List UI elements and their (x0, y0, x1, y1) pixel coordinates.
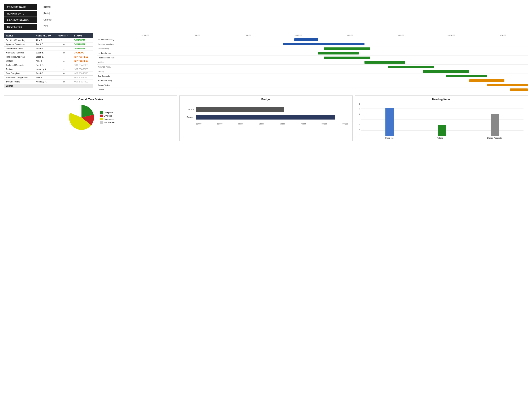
gantt-grid-line (477, 46, 477, 51)
gantt-date-cell: 27-08-22 (222, 33, 273, 37)
task-priority: ★ (56, 80, 72, 84)
gantt-bar (318, 52, 359, 55)
gantt-grid-line (273, 51, 273, 55)
gantt-grid-line (477, 60, 477, 64)
table-row: Set Kick-Off MeetingAlex B.COMPLETE (4, 38, 93, 43)
gantt-grid-line (273, 37, 273, 42)
gantt-bar (364, 61, 405, 64)
col-status: STATUS (72, 33, 93, 38)
gantt-grid-line (426, 51, 426, 55)
gantt-bar (283, 43, 364, 45)
gantt-grid-line (273, 69, 273, 73)
bar-actions (438, 125, 446, 136)
header-labels: PROJECT NAME REPORT DATE PROJECT STATUS … (4, 4, 37, 30)
gantt-grid-line (120, 60, 120, 64)
gantt-row-label: Dev. Complete (97, 75, 120, 77)
gantt-grid-line (375, 78, 375, 83)
gantt-grid-line (273, 78, 273, 83)
completed-label: COMPLETED (4, 24, 37, 30)
gantt-grid-line (222, 78, 222, 83)
gantt-grid-line (477, 69, 477, 73)
gantt-row-chart (120, 60, 528, 64)
task-assigned: Alex B. (34, 76, 56, 80)
gantt-row-label: Set kick-off meeting (97, 38, 120, 41)
legend-overdue-color (100, 115, 103, 117)
task-name: Launch (4, 84, 34, 88)
gantt-bar (423, 70, 469, 73)
gantt-grid-line (528, 46, 528, 51)
gantt-row: Dev. Complete (97, 74, 528, 78)
gantt-grid-line (273, 42, 273, 46)
gantt-grid-line (171, 60, 171, 64)
budget-title: Budget (182, 98, 350, 101)
gantt-row: Hardward Reqs. (97, 51, 528, 55)
gantt-grid-line (375, 51, 375, 55)
col-assigned: ASSIGNED TO (34, 33, 56, 38)
gantt-grid-line (171, 55, 171, 60)
task-status: COMPLETE (72, 43, 93, 47)
gantt-row-chart (120, 51, 528, 55)
main-content: TASKS ASSIGNED TO PRIORITY STATUS Set Ki… (4, 33, 528, 92)
gantt-date-cell: 16-10-22 (477, 33, 528, 37)
pending-items-chart: 6 5 4 3 2 1 0 (357, 103, 526, 139)
budget-chart-area: Actual Planned 20,000 30,000 40,000 50,0… (182, 103, 350, 125)
x-axis-labels: Decisions Actions Change Requests (359, 137, 523, 139)
budget-planned-track (196, 115, 348, 119)
task-priority: ★ (56, 51, 72, 55)
header-values: [Name] [Date] On track 27% (37, 4, 52, 30)
gantt-row: Testing (97, 69, 528, 74)
gantt-grid-line (222, 42, 222, 46)
gantt-row-chart (120, 46, 528, 51)
gantt-grid-line (477, 42, 477, 46)
gantt-grid-line (222, 46, 222, 51)
pending-items-bars-area (361, 103, 523, 136)
gantt-bar (469, 79, 504, 82)
gantt-date-cell: 06-09-22 (273, 33, 324, 37)
gantt-row: Set kick-off meeting (97, 37, 528, 42)
budget-actual-track (196, 107, 348, 112)
gantt-grid-line (171, 42, 171, 46)
table-row: Dev. CompleteJacob S.★NOT STARTED (4, 72, 93, 76)
task-name: Set Kick-Off Meeting (4, 38, 34, 43)
gantt-grid-line (528, 60, 528, 64)
gantt-grid-line (426, 55, 426, 60)
gantt-grid-line (426, 74, 426, 78)
table-row: Hardware ConfigurationAlex B.NOT STARTED (4, 76, 93, 80)
col-priority: PRIORITY (56, 33, 72, 38)
col-tasks: TASKS (4, 33, 34, 38)
table-row: Hardware RequestsJacob S.★OVERDUE (4, 51, 93, 55)
gantt-bar (324, 47, 370, 50)
gantt-row-chart (120, 42, 528, 46)
project-status-label: PROJECT STATUS (4, 18, 37, 23)
gantt-grid-line (426, 46, 426, 51)
gantt-row-chart (120, 78, 528, 83)
task-priority: ★ (56, 59, 72, 63)
gantt-date-cell: 07-08-22 (120, 33, 171, 37)
task-name: Staffing (4, 59, 34, 63)
gantt-row-chart (120, 74, 528, 78)
gantt-row-label: Agree on objectives (97, 43, 120, 45)
gantt-bar (446, 75, 487, 77)
pie-container: Complete Overdue In progress Not Started (6, 103, 175, 132)
legend-complete: Complete (100, 111, 114, 114)
pie-legend: Complete Overdue In progress Not Started (100, 111, 114, 124)
table-row: System TestingKennedy K.★NOT STARTED (4, 80, 93, 84)
task-name: Dev. Complete (4, 72, 34, 76)
table-row: TestingKennedy K.★NOT STARTED (4, 67, 93, 72)
gantt-grid-line (222, 55, 222, 60)
gantt-row-label: Final Resource Plan (97, 57, 120, 59)
gantt-row: Staffing (97, 60, 528, 65)
gantt-bar (510, 89, 528, 91)
report-date-value: [Date] (44, 10, 52, 16)
legend-overdue: Overdue (100, 115, 114, 117)
gantt-grid-line (375, 87, 375, 92)
gantt-row: Detailed Reqs. (97, 46, 528, 51)
task-assigned: Kennedy K. (34, 80, 56, 84)
gantt-grid-line (528, 65, 528, 69)
gantt-grid-line (273, 60, 273, 64)
pending-items-chart-inner: 6 5 4 3 2 1 0 (359, 103, 523, 136)
gantt-grid-line (375, 83, 375, 87)
table-row: Agree on ObjectivesFrank C.★COMPLETE (4, 43, 93, 47)
x-label-actions: Actions (437, 137, 443, 139)
table-row: StaffingAlex B.★IN PROGRESS (4, 59, 93, 63)
